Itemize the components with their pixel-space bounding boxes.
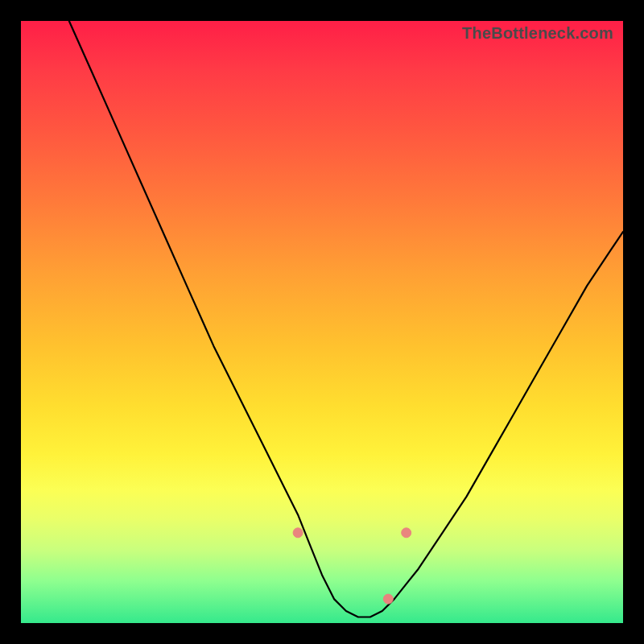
bead-right-4 (409, 497, 416, 508)
chart-frame: TheBottleneck.com (0, 0, 644, 644)
curve-markers (283, 497, 416, 611)
bead-left-3 (308, 557, 313, 569)
bead-left-1 (283, 497, 289, 509)
bead-right-1 (383, 594, 393, 604)
bead-right-3 (402, 528, 411, 538)
bead-left-2 (293, 528, 303, 538)
plot-area: TheBottleneck.com (21, 21, 623, 623)
bottleneck-curve (69, 21, 623, 617)
chart-svg (21, 21, 623, 623)
bead-right-2 (397, 558, 404, 568)
